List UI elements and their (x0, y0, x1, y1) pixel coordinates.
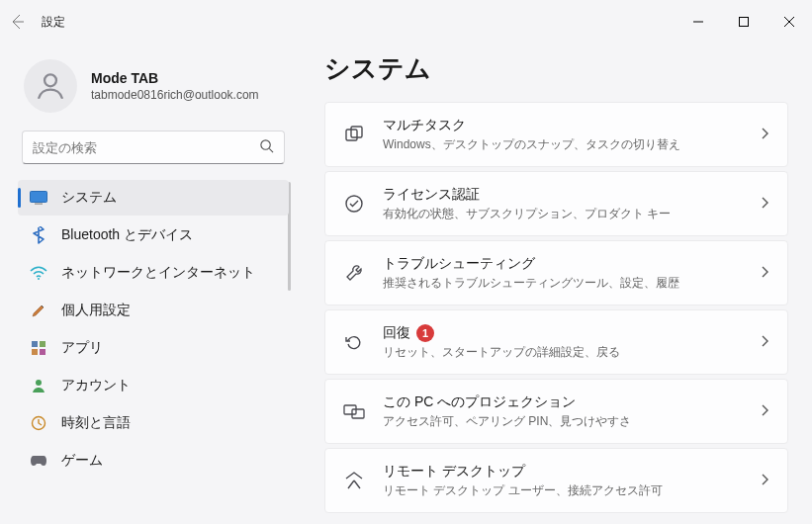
svg-rect-7 (40, 341, 45, 347)
minimize-icon (693, 17, 703, 27)
project-icon (343, 400, 365, 422)
back-button[interactable] (0, 14, 36, 30)
card-title: トラブルシューティング (383, 255, 744, 273)
sidebar-item-label: 時刻と言語 (61, 414, 131, 432)
sidebar-item-personalization[interactable]: 個人用設定 (18, 293, 289, 328)
svg-point-2 (261, 139, 270, 148)
card-title: ライセンス認証 (383, 186, 744, 204)
chevron-right-icon (762, 264, 769, 282)
window-controls (676, 6, 812, 38)
svg-rect-9 (40, 349, 45, 355)
svg-rect-0 (740, 18, 749, 27)
card-troubleshoot[interactable]: トラブルシューティング 推奨されるトラブルシューティングツール、設定、履歴 (324, 240, 788, 306)
main-content: システム マルチタスク Windows、デスクトップのスナップ、タスクの切り替え… (297, 44, 812, 524)
svg-rect-4 (35, 204, 43, 205)
card-title: リモート デスクトップ (383, 463, 744, 480)
svg-point-1 (45, 74, 56, 86)
sidebar-item-label: ネットワークとインターネット (61, 264, 255, 282)
card-subtitle: 有効化の状態、サブスクリプション、プロダクト キー (383, 206, 744, 222)
search-box[interactable] (22, 131, 285, 164)
card-subtitle: リセット、スタートアップの詳細設定、戻る (383, 344, 744, 361)
minimize-button[interactable] (676, 6, 721, 38)
account-icon (30, 377, 47, 394)
svg-rect-3 (31, 192, 47, 203)
sidebar: Mode TAB tabmode0816rich@outlook.com システ… (0, 44, 297, 524)
close-button[interactable] (767, 6, 812, 38)
badge: 1 (416, 324, 434, 342)
search-input[interactable] (33, 140, 259, 155)
title-bar: 設定 (0, 0, 812, 44)
display-icon (30, 189, 47, 207)
sidebar-item-label: ゲーム (61, 452, 103, 470)
svg-rect-8 (32, 349, 38, 355)
settings-cards: マルチタスク Windows、デスクトップのスナップ、タスクの切り替え ライセン… (324, 102, 788, 513)
chevron-right-icon (762, 472, 769, 489)
paintbrush-icon (30, 302, 47, 319)
sidebar-item-bluetooth[interactable]: Bluetooth とデバイス (18, 218, 289, 253)
back-arrow-icon (10, 14, 26, 30)
remote-desktop-icon (343, 470, 365, 491)
svg-rect-6 (32, 341, 38, 347)
card-projecting[interactable]: この PC へのプロジェクション アクセス許可、ペアリング PIN、見つけやすさ (324, 379, 788, 444)
profile-block[interactable]: Mode TAB tabmode0816rich@outlook.com (18, 53, 289, 131)
profile-email: tabmode0816rich@outlook.com (91, 88, 259, 102)
checkmark-circle-icon (343, 193, 365, 215)
sidebar-item-system[interactable]: システム (18, 180, 289, 216)
clock-globe-icon (30, 414, 47, 432)
wifi-icon (30, 264, 47, 282)
sidebar-item-label: 個人用設定 (61, 302, 131, 319)
card-title: この PC へのプロジェクション (383, 393, 744, 411)
sidebar-item-label: アカウント (61, 377, 131, 394)
chevron-right-icon (762, 195, 769, 213)
card-title: 回復1 (383, 324, 744, 342)
person-icon (34, 69, 67, 103)
search-icon (259, 138, 274, 157)
card-remote-desktop[interactable]: リモート デスクトップ リモート デスクトップ ユーザー、接続アクセス許可 (324, 448, 788, 513)
sidebar-item-apps[interactable]: アプリ (18, 330, 289, 366)
sidebar-item-gaming[interactable]: ゲーム (18, 443, 289, 479)
svg-point-10 (36, 380, 42, 386)
chevron-right-icon (762, 333, 769, 351)
close-icon (784, 17, 794, 27)
card-subtitle: リモート デスクトップ ユーザー、接続アクセス許可 (383, 482, 744, 499)
window-title: 設定 (42, 14, 65, 31)
card-multitasking[interactable]: マルチタスク Windows、デスクトップのスナップ、タスクの切り替え (324, 102, 788, 167)
svg-point-14 (346, 196, 362, 212)
maximize-icon (739, 17, 749, 27)
sidebar-item-accounts[interactable]: アカウント (18, 368, 289, 403)
card-subtitle: 推奨されるトラブルシューティングツール、設定、履歴 (383, 275, 744, 292)
svg-point-5 (38, 278, 40, 280)
multitasking-icon (343, 124, 365, 145)
sidebar-item-label: Bluetooth とデバイス (61, 226, 193, 244)
chevron-right-icon (762, 126, 769, 143)
page-title: システム (324, 51, 788, 86)
avatar (24, 59, 77, 113)
profile-text: Mode TAB tabmode0816rich@outlook.com (91, 70, 259, 102)
sidebar-item-network[interactable]: ネットワークとインターネット (18, 255, 289, 291)
nav-list: システム Bluetooth とデバイス ネットワークとインターネット 個人用設… (18, 180, 289, 479)
wrench-icon (343, 262, 365, 284)
sidebar-item-time-language[interactable]: 時刻と言語 (18, 405, 289, 441)
chevron-right-icon (762, 402, 769, 420)
card-activation[interactable]: ライセンス認証 有効化の状態、サブスクリプション、プロダクト キー (324, 171, 788, 236)
sidebar-item-label: システム (61, 189, 117, 207)
profile-name: Mode TAB (91, 70, 259, 86)
bluetooth-icon (30, 226, 47, 244)
maximize-button[interactable] (721, 6, 767, 38)
card-title: マルチタスク (383, 117, 744, 134)
card-recovery[interactable]: 回復1 リセット、スタートアップの詳細設定、戻る (324, 309, 788, 375)
apps-icon (30, 339, 47, 357)
gamepad-icon (30, 452, 47, 470)
sidebar-item-label: アプリ (61, 339, 103, 357)
card-subtitle: アクセス許可、ペアリング PIN、見つけやすさ (383, 413, 744, 430)
recovery-icon (343, 331, 365, 353)
card-subtitle: Windows、デスクトップのスナップ、タスクの切り替え (383, 136, 744, 153)
